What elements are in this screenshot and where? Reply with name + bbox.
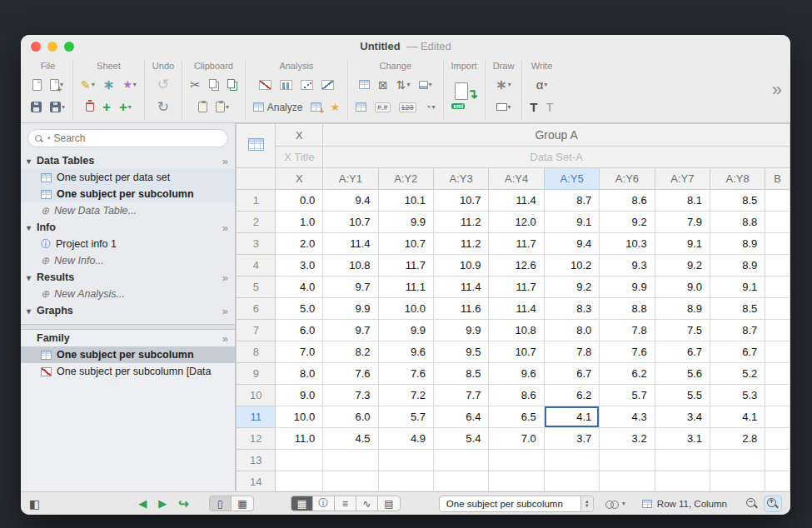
table-cell[interactable] (765, 385, 790, 406)
table-cell[interactable] (276, 471, 323, 492)
table-cell[interactable]: 5.6 (655, 363, 710, 385)
table-cell[interactable]: 9.3 (600, 255, 655, 276)
table-cell[interactable]: 8.0 (544, 320, 599, 341)
transpose-button[interactable] (356, 102, 366, 112)
table-cell[interactable] (600, 450, 655, 471)
table-cell[interactable] (765, 450, 790, 471)
section-expand-icon[interactable]: » (222, 155, 228, 167)
new-document-button[interactable] (32, 79, 42, 91)
table-cell[interactable] (544, 450, 599, 471)
table-cell[interactable] (600, 471, 655, 492)
table-cell[interactable]: 6.2 (544, 385, 599, 406)
table-cell[interactable]: 3.4 (655, 406, 710, 428)
greek-letter-button[interactable]: α▾ (536, 78, 548, 91)
table-cell[interactable]: 10.9 (433, 255, 488, 276)
column-header[interactable]: B (765, 168, 790, 190)
table-cell[interactable]: 8.0 (276, 363, 323, 385)
table-cell[interactable] (323, 471, 378, 492)
table-cell[interactable]: 10.7 (378, 233, 433, 255)
table-cell[interactable]: 6.7 (710, 341, 765, 363)
previous-sheet-button[interactable]: ◀ (138, 497, 147, 510)
table-cell[interactable]: 7.3 (323, 385, 378, 406)
table-cell[interactable]: 7.0 (276, 341, 323, 363)
copy-button[interactable] (209, 79, 219, 90)
column-header[interactable]: A:Y7 (655, 168, 710, 190)
column-header[interactable]: A:Y5 (544, 168, 599, 190)
disclosure-icon[interactable]: ▾ (27, 157, 37, 166)
draw-rectangle-button[interactable]: ▾ (496, 103, 511, 111)
sheet-picker-stepper[interactable]: ▲ ▼ (580, 496, 593, 511)
sidebar-toggle-button[interactable]: ◧ (29, 497, 40, 511)
table-cell[interactable]: 6.7 (544, 363, 599, 385)
x-title-cell[interactable]: X Title (276, 147, 323, 168)
xy-analysis-button[interactable] (259, 80, 271, 90)
paste-special-button[interactable]: ▾ (216, 102, 229, 112)
row-header[interactable]: 14 (237, 471, 276, 492)
data-set-title-cell[interactable]: Data Set-A (323, 147, 790, 168)
table-cell[interactable]: 12.6 (489, 255, 544, 276)
table-cell[interactable]: 7.5 (655, 320, 710, 341)
row-header[interactable]: 7 (237, 320, 276, 341)
table-cell[interactable]: 8.5 (710, 190, 765, 212)
table-cell[interactable]: 3.7 (544, 428, 599, 450)
table-cell[interactable]: 9.1 (710, 276, 765, 298)
table-cell[interactable]: 7.2 (378, 385, 433, 406)
disclosure-icon[interactable]: ▾ (27, 223, 37, 232)
table-cell[interactable]: 4.1 (544, 406, 599, 428)
row-header[interactable]: 8 (237, 341, 276, 363)
import-data-button[interactable]: ↴ xml (451, 82, 476, 109)
table-cell[interactable]: 6.4 (433, 406, 488, 428)
group-header[interactable]: Group A (323, 124, 790, 147)
table-cell[interactable]: 5.4 (433, 428, 488, 450)
table-cell[interactable]: 12.0 (489, 212, 544, 233)
zoom-in-button[interactable]: + (764, 496, 782, 512)
table-cell[interactable]: 9.0 (655, 276, 710, 298)
table-cell[interactable] (765, 320, 790, 341)
row-header[interactable]: 11 (237, 406, 276, 428)
go-to-linked-sheet-button[interactable]: ↪ (178, 496, 189, 511)
table-cell[interactable]: 11.7 (489, 276, 544, 298)
table-cell[interactable]: 5.2 (710, 363, 765, 385)
table-cell[interactable]: 10.0 (276, 406, 323, 428)
table-cell[interactable]: 10.2 (544, 255, 599, 276)
table-cell[interactable] (765, 212, 790, 233)
row-header[interactable]: 3 (237, 233, 276, 255)
table-cell[interactable]: 11.4 (489, 298, 544, 320)
graph-view-button[interactable]: ∿ (356, 496, 378, 511)
table-cell[interactable]: 7.7 (433, 385, 488, 406)
search-input[interactable] (54, 132, 221, 144)
decimal-format-button[interactable]: #.# (375, 102, 391, 112)
table-cell[interactable]: 9.0 (276, 385, 323, 406)
table-cell[interactable]: 9.9 (433, 320, 488, 341)
duplicate-sheet-button[interactable]: +▾ (119, 100, 132, 114)
new-sheet-button[interactable]: + (102, 100, 111, 114)
sort-button[interactable]: ⇅▾ (396, 79, 411, 91)
table-cell[interactable]: 10.7 (433, 190, 488, 212)
table-cell[interactable]: 9.9 (600, 276, 655, 298)
table-cell[interactable]: 8.2 (323, 341, 378, 363)
info-view-button[interactable]: ⓘ (313, 496, 335, 511)
table-cell[interactable]: 3.1 (655, 428, 710, 450)
table-cell[interactable] (378, 471, 433, 492)
table-cell[interactable] (765, 428, 790, 450)
x-column-header[interactable]: X (276, 124, 323, 147)
zoom-out-button[interactable]: − (745, 497, 759, 511)
table-cell[interactable]: 10.1 (378, 190, 433, 212)
table-cell[interactable]: 10.3 (600, 233, 655, 255)
row-header[interactable]: 1 (237, 190, 276, 212)
row-header[interactable]: 12 (237, 428, 276, 450)
table-cell[interactable]: 11.4 (489, 190, 544, 212)
table-cell[interactable] (323, 450, 378, 471)
table-cell[interactable] (489, 471, 544, 492)
row-header[interactable]: 10 (237, 385, 276, 406)
table-cell[interactable]: 11.7 (489, 233, 544, 255)
table-cell[interactable]: 8.8 (600, 298, 655, 320)
table-cell[interactable]: 0.0 (276, 190, 323, 212)
row-header[interactable]: 13 (237, 450, 276, 471)
table-cell[interactable]: 4.1 (710, 406, 765, 428)
table-cell[interactable]: 8.5 (710, 298, 765, 320)
table-cell[interactable]: 8.8 (710, 212, 765, 233)
table-cell[interactable]: 9.7 (323, 320, 378, 341)
table-cell[interactable]: 7.6 (600, 341, 655, 363)
table-cell[interactable]: 4.5 (323, 428, 378, 450)
